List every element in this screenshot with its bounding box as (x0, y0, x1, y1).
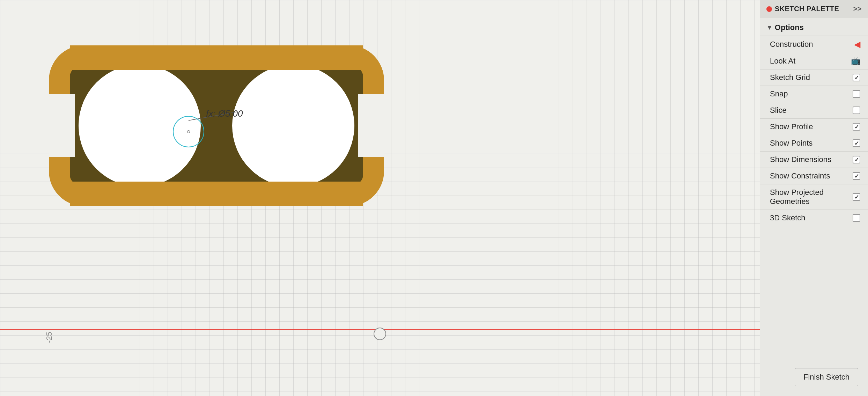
option-right-show-points[interactable] (853, 139, 860, 147)
checkbox-sketch-grid[interactable] (853, 74, 860, 81)
checkbox-show-points[interactable] (853, 139, 860, 147)
finish-sketch-button[interactable]: Finish Sketch (795, 368, 858, 386)
panel-footer: Finish Sketch (760, 358, 868, 396)
svg-rect-7 (70, 182, 363, 206)
option-row-construction: Construction ◀ (760, 36, 868, 53)
checkbox-3d-sketch[interactable] (853, 214, 860, 222)
option-label-show-projected-geometries: Show Projected Geometries (770, 188, 853, 206)
checkbox-slice[interactable] (853, 107, 860, 114)
option-label-show-constraints: Show Constraints (770, 171, 830, 181)
checkbox-show-projected-geometries[interactable] (853, 193, 860, 201)
panel-icon (766, 6, 772, 12)
panel-title: SKETCH PALETTE (775, 5, 839, 13)
option-label-sketch-grid: Sketch Grid (770, 73, 810, 82)
options-header: ▼ Options (760, 18, 868, 36)
axis-label: -25 (45, 332, 54, 343)
option-label-snap: Snap (770, 89, 788, 98)
checkbox-snap[interactable] (853, 90, 860, 98)
option-row-look-at: Look At 📺 (760, 53, 868, 69)
option-row-show-points: Show Points (760, 135, 868, 151)
option-right-sketch-grid[interactable] (853, 74, 860, 81)
svg-rect-4 (49, 94, 75, 157)
option-row-sketch-grid: Sketch Grid (760, 69, 868, 86)
option-row-show-dimensions: Show Dimensions (760, 151, 868, 168)
option-right-show-profile[interactable] (853, 123, 860, 131)
bottom-handle[interactable] (374, 328, 386, 340)
option-label-show-profile: Show Profile (770, 122, 813, 131)
option-right-3d-sketch[interactable] (853, 214, 860, 222)
option-right-snap[interactable] (853, 90, 860, 98)
option-row-3d-sketch: 3D Sketch (760, 210, 868, 226)
look-at-icon[interactable]: 📺 (851, 57, 860, 66)
panel-header-left: SKETCH PALETTE (766, 5, 839, 13)
option-right-slice[interactable] (853, 107, 860, 114)
options-section: ▼ Options Construction ◀ Look At 📺 Sketc… (760, 18, 868, 358)
option-label-show-points: Show Points (770, 139, 812, 148)
options-arrow-icon: ▼ (766, 24, 773, 31)
option-label-construction: Construction (770, 40, 813, 49)
option-right-show-constraints[interactable] (853, 172, 860, 180)
panel-header: SKETCH PALETTE >> (760, 0, 868, 18)
option-label-slice: Slice (770, 106, 787, 115)
panel-collapse-button[interactable]: >> (853, 5, 862, 13)
option-label-look-at: Look At (770, 57, 795, 66)
option-row-show-constraints: Show Constraints (760, 168, 868, 184)
option-row-slice: Slice (760, 102, 868, 118)
option-right-look-at: 📺 (851, 57, 860, 66)
option-right-show-dimensions[interactable] (853, 156, 860, 163)
svg-rect-6 (70, 45, 363, 70)
sketch-palette-panel: SKETCH PALETTE >> ▼ Options Construction… (760, 0, 868, 396)
option-row-snap: Snap (760, 86, 868, 102)
options-label: Options (775, 23, 804, 32)
option-row-show-profile: Show Profile (760, 118, 868, 135)
option-label-3d-sketch: 3D Sketch (770, 213, 806, 222)
dimension-label: fx: Ø5.00 (206, 108, 243, 119)
checkbox-show-constraints[interactable] (853, 172, 860, 180)
option-right-show-projected-geometries[interactable] (853, 193, 860, 201)
option-right-construction: ◀ (854, 39, 860, 49)
option-row-show-projected-geometries: Show Projected Geometries (760, 184, 868, 210)
option-label-show-dimensions: Show Dimensions (770, 155, 831, 164)
checkbox-show-dimensions[interactable] (853, 156, 860, 163)
construction-icon[interactable]: ◀ (854, 39, 860, 49)
canvas-area[interactable]: -25 fx: Ø5.00 (0, 0, 760, 396)
checkbox-show-profile[interactable] (853, 123, 860, 131)
